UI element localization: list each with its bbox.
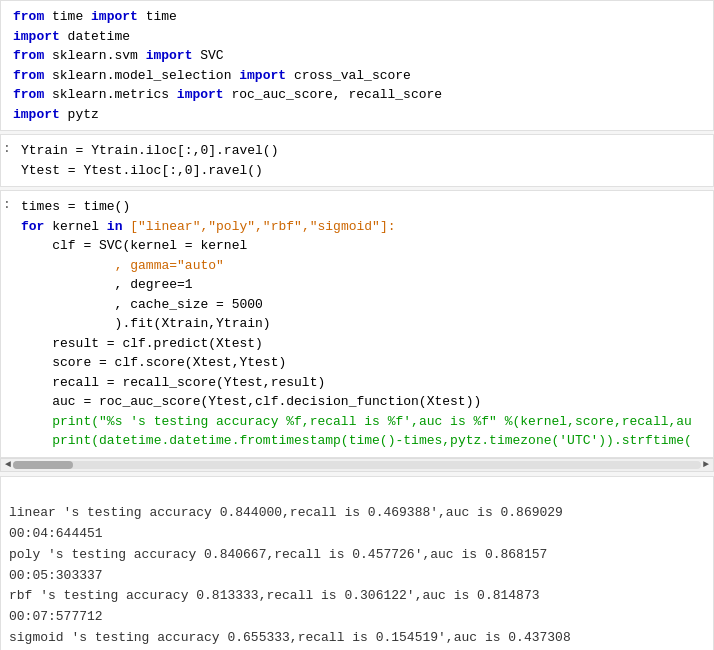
kw-import3: import xyxy=(146,48,193,63)
print-line1: print("%s 's testing accuracy %f,recall … xyxy=(52,414,692,429)
output-line-2: 00:04:644451 xyxy=(9,526,103,541)
code-block-1: from time import time import datetime fr… xyxy=(0,0,714,131)
str-list: ["linear","poly","rbf","sigmoid"]: xyxy=(130,219,395,234)
kw-in: in xyxy=(107,219,123,234)
code-content-3: times = time() for kernel in ["linear","… xyxy=(9,197,705,451)
print-line2: print(datetime.datetime.fromtimestamp(ti… xyxy=(52,433,692,448)
kw-for: for xyxy=(21,219,44,234)
kw-import4: import xyxy=(239,68,286,83)
code-content-2: Ytrain = Ytrain.iloc[:,0].ravel() Ytest … xyxy=(9,141,705,180)
scroll-left-arrow[interactable]: ◄ xyxy=(3,459,13,470)
str-gamma: , gamma="auto" xyxy=(115,258,224,273)
kw-from3: from xyxy=(13,68,44,83)
output-line-4: 00:05:303337 xyxy=(9,568,103,583)
kw-import2: import xyxy=(13,29,60,44)
output-line-1: linear 's testing accuracy 0.844000,reca… xyxy=(9,505,563,520)
output-line-6: 00:07:577712 xyxy=(9,609,103,624)
horizontal-scrollbar[interactable]: ◄ ► xyxy=(0,458,714,472)
code-block-2: Ytrain = Ytrain.iloc[:,0].ravel() Ytest … xyxy=(0,134,714,187)
scrollbar-thumb[interactable] xyxy=(13,461,73,469)
output-block: linear 's testing accuracy 0.844000,reca… xyxy=(0,476,714,651)
kw-from2: from xyxy=(13,48,44,63)
kw-from4: from xyxy=(13,87,44,102)
code-block-3: times = time() for kernel in ["linear","… xyxy=(0,190,714,458)
scrollbar-track[interactable] xyxy=(13,461,701,469)
kw-import1: import xyxy=(91,9,138,24)
code-content-1: from time import time import datetime fr… xyxy=(9,7,705,124)
output-line-7: sigmoid 's testing accuracy 0.655333,rec… xyxy=(9,630,571,645)
output-line-5: rbf 's testing accuracy 0.813333,recall … xyxy=(9,588,540,603)
kw-from1: from xyxy=(13,9,44,24)
kw-import5: import xyxy=(177,87,224,102)
kw-import6: import xyxy=(13,107,60,122)
scroll-right-arrow[interactable]: ► xyxy=(701,459,711,470)
output-line-3: poly 's testing accuracy 0.840667,recall… xyxy=(9,547,547,562)
